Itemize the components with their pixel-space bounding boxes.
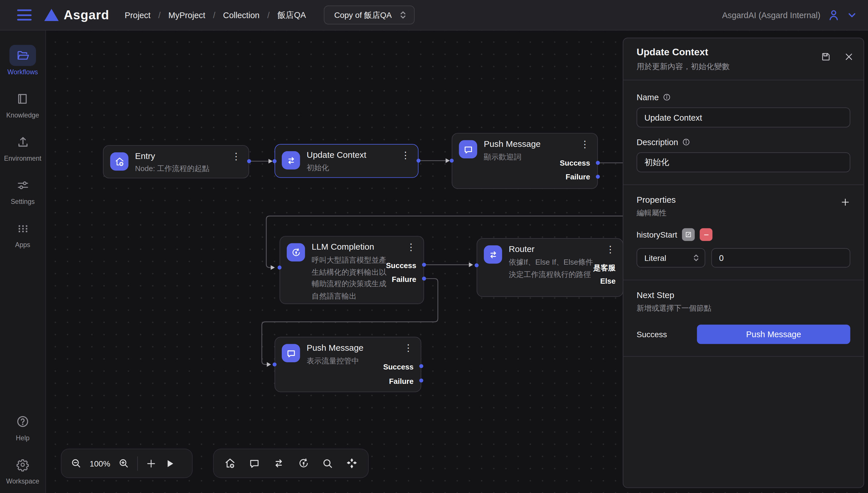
node-router[interactable]: Router 依據If、Else If、Else條件決定工作流程執行的路徑 ⋮ …: [476, 238, 623, 297]
info-icon: [663, 93, 671, 101]
edit-property-button[interactable]: [682, 228, 695, 241]
left-sidebar: Workflows Knowledge Environment Settings…: [0, 30, 46, 493]
grid-dots-icon: [9, 218, 36, 239]
name-label: Name: [637, 92, 659, 102]
palette-update-context-icon[interactable]: [272, 457, 285, 470]
output-else[interactable]: Else: [600, 277, 615, 285]
book-icon: [9, 88, 36, 109]
user-icon[interactable]: [827, 8, 840, 22]
node-menu-icon[interactable]: ⋮: [231, 151, 241, 162]
node-description: 呼叫大型語言模型並產生結構化的資料輸出以輔助流程的決策或生成自然語言輸出: [312, 254, 392, 302]
brand-name: Asgard: [64, 7, 109, 22]
node-title: Push Message: [307, 343, 363, 353]
breadcrumb-workflow[interactable]: 飯店QA: [277, 10, 306, 20]
node-menu-icon[interactable]: ⋮: [403, 343, 413, 354]
add-node-icon[interactable]: [146, 458, 157, 469]
palette-router-icon[interactable]: [346, 457, 358, 470]
output-success[interactable]: Success: [386, 261, 416, 270]
zoom-out-icon[interactable]: [70, 457, 82, 469]
node-menu-icon[interactable]: ⋮: [605, 244, 615, 255]
node-title: Push Message: [484, 139, 540, 149]
next-step-title: Next Step: [637, 290, 850, 300]
remove-property-button[interactable]: [700, 228, 713, 241]
sidebar-item-environment[interactable]: Environment: [4, 131, 41, 163]
output-success[interactable]: Success: [383, 363, 413, 371]
asgard-triangle-icon: [44, 9, 59, 21]
next-step-subtitle: 新增或選擇下一個節點: [637, 303, 850, 314]
palette-search-icon[interactable]: [321, 457, 334, 469]
property-value-input[interactable]: [711, 248, 850, 267]
node-subtitle: 顯示歡迎詞: [484, 152, 521, 163]
run-workflow-icon[interactable]: [164, 458, 175, 469]
router-arrows-icon: [484, 245, 502, 263]
node-entry[interactable]: Entry Node: 工作流程的起點 ⋮: [103, 145, 249, 178]
node-title: Entry: [135, 151, 155, 161]
node-push-message-welcome[interactable]: Push Message 顯示歡迎詞 ⋮ Success Failure: [452, 133, 598, 189]
palette-message-icon[interactable]: [248, 457, 261, 470]
info-icon: [682, 138, 690, 146]
breadcrumb-project[interactable]: Project: [125, 10, 151, 20]
property-key: historyStart: [637, 230, 677, 239]
add-property-icon[interactable]: [840, 197, 850, 207]
name-input[interactable]: [637, 107, 850, 127]
palette-entry-icon[interactable]: [224, 457, 236, 470]
message-bubble-icon: [282, 344, 300, 362]
upload-icon: [9, 131, 36, 152]
save-icon[interactable]: [821, 51, 831, 62]
output-failure[interactable]: Failure: [389, 377, 414, 386]
output-is-service[interactable]: 是客服: [593, 263, 616, 273]
zoom-toolbar: 100%: [61, 449, 193, 478]
output-success[interactable]: Success: [560, 159, 590, 167]
breadcrumb-myproject[interactable]: MyProject: [169, 10, 205, 20]
hamburger-menu-icon[interactable]: [17, 9, 32, 20]
node-subtitle: Node: 工作流程的起點: [135, 164, 209, 174]
palette-llm-icon[interactable]: [297, 457, 310, 470]
chevron-updown-icon: [399, 10, 406, 20]
folder-open-icon: [9, 45, 36, 66]
breadcrumb: Project / MyProject / Collection / 飯店QA: [125, 10, 306, 20]
zoom-in-icon[interactable]: [118, 457, 130, 469]
node-subtitle: 初始化: [307, 163, 329, 173]
zoom-level-label: 100%: [90, 459, 110, 468]
node-llm-completion[interactable]: LLM Completion 呼叫大型語言模型並產生結構化的資料輸出以輔助流程的…: [280, 236, 424, 304]
account-label: AsgardAI (Asgard Internal): [722, 10, 821, 20]
gear-icon: [9, 454, 36, 475]
output-failure[interactable]: Failure: [392, 275, 416, 284]
help-circle-icon: [9, 411, 36, 432]
node-description: 依據If、Else If、Else條件決定工作流程執行的路徑: [509, 257, 596, 280]
top-bar: Asgard Project / MyProject / Collection …: [0, 0, 868, 30]
workflow-version-select[interactable]: Copy of 飯店QA: [324, 5, 415, 24]
sidebar-item-workspace[interactable]: Workspace: [6, 454, 39, 485]
description-input[interactable]: [637, 152, 850, 172]
panel-subtitle: 用於更新內容，初始化變數: [637, 62, 852, 72]
node-subtitle: 表示流量控管中: [307, 356, 359, 366]
node-title: Router: [509, 244, 535, 254]
close-icon[interactable]: [844, 51, 853, 62]
properties-subtitle: 編輯屬性: [637, 208, 676, 218]
sidebar-item-workflows[interactable]: Workflows: [7, 45, 38, 76]
brand-logo: Asgard: [44, 7, 109, 22]
sidebar-item-help[interactable]: Help: [9, 411, 36, 442]
node-push-message-flow[interactable]: Push Message 表示流量控管中 ⋮ Success Failure: [274, 337, 421, 392]
node-inspector-panel: Update Context 用於更新內容，初始化變數 Name: [623, 38, 864, 488]
node-palette-toolbar: [213, 449, 369, 478]
breadcrumb-collection[interactable]: Collection: [223, 10, 260, 20]
description-label: Description: [637, 137, 678, 147]
sidebar-item-settings[interactable]: Settings: [9, 174, 36, 206]
account-chevron-down-icon[interactable]: [847, 10, 857, 20]
node-update-context[interactable]: Update Context 初始化 ⋮: [274, 144, 419, 178]
llm-completion-icon: [287, 243, 305, 261]
property-type-select[interactable]: Literal: [637, 248, 705, 267]
sliders-icon: [9, 174, 36, 195]
sidebar-item-knowledge[interactable]: Knowledge: [6, 88, 39, 119]
node-menu-icon[interactable]: ⋮: [401, 150, 410, 161]
entry-home-plus-icon: [110, 152, 128, 170]
next-step-target-button[interactable]: Push Message: [697, 324, 850, 344]
sidebar-item-apps[interactable]: Apps: [9, 218, 36, 249]
node-menu-icon[interactable]: ⋮: [580, 139, 590, 150]
app-window: Asgard Project / MyProject / Collection …: [0, 0, 868, 493]
node-title: Update Context: [307, 150, 366, 160]
output-failure[interactable]: Failure: [565, 173, 590, 181]
message-bubble-icon: [459, 140, 477, 158]
node-menu-icon[interactable]: ⋮: [406, 242, 416, 253]
